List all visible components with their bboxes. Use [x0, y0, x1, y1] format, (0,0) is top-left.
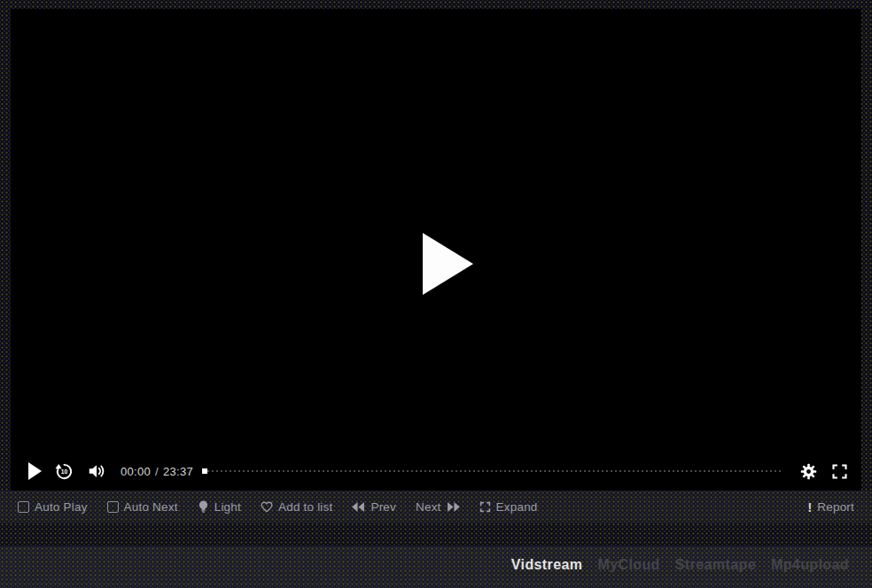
big-play-icon[interactable]	[423, 233, 473, 295]
report-label: Report	[817, 500, 854, 514]
play-icon	[28, 462, 42, 480]
auto-play-toggle[interactable]: Auto Play	[18, 500, 88, 514]
expand-icon	[479, 501, 491, 513]
prev-label: Prev	[370, 500, 396, 514]
server-item-mycloud[interactable]: MyCloud	[597, 557, 659, 573]
fullscreen-icon	[830, 462, 849, 481]
divider	[0, 583, 872, 584]
light-label: Light	[214, 500, 241, 514]
report-exclamation-icon: !	[807, 500, 812, 514]
server-select-section: Vidstream MyCloud Streamtape Mp4upload	[0, 546, 872, 588]
next-episode-button[interactable]: Next	[416, 500, 460, 514]
current-time: 00:00	[121, 465, 151, 478]
settings-button[interactable]	[799, 462, 818, 481]
gear-icon	[799, 462, 818, 481]
prev-icon	[352, 502, 365, 512]
volume-icon	[87, 461, 106, 481]
server-item-vidstream[interactable]: Vidstream	[511, 557, 583, 573]
add-to-list-button[interactable]: Add to list	[261, 500, 332, 514]
auto-next-checkbox-icon	[107, 501, 119, 513]
volume-button[interactable]	[87, 461, 106, 481]
auto-next-toggle[interactable]: Auto Next	[107, 500, 178, 514]
svg-text:10: 10	[61, 468, 68, 475]
duration: 23:37	[163, 465, 193, 478]
prev-episode-button[interactable]: Prev	[352, 500, 396, 514]
seek-playhead[interactable]	[202, 468, 207, 474]
light-toggle[interactable]: Light	[198, 500, 241, 514]
play-button[interactable]	[23, 462, 42, 480]
heart-icon	[261, 501, 273, 513]
server-list: Vidstream MyCloud Streamtape Mp4upload	[511, 546, 849, 583]
expand-label: Expand	[496, 500, 538, 514]
time-display: 00:00/23:37	[121, 465, 193, 478]
auto-play-label: Auto Play	[35, 500, 88, 514]
player-control-bar: 10 00:00/23:37	[11, 452, 861, 491]
server-item-mp4upload[interactable]: Mp4upload	[771, 557, 849, 573]
rewind-10-button[interactable]: 10	[54, 461, 74, 482]
fullscreen-button[interactable]	[830, 462, 849, 481]
seekbar[interactable]	[202, 465, 783, 477]
add-to-list-label: Add to list	[278, 500, 332, 514]
auto-next-label: Auto Next	[124, 500, 178, 514]
expand-button[interactable]: Expand	[479, 500, 538, 514]
rewind-10-icon: 10	[54, 461, 74, 482]
report-button[interactable]: ! Report	[807, 500, 854, 514]
time-separator: /	[155, 465, 159, 478]
server-item-streamtape[interactable]: Streamtape	[675, 557, 756, 573]
next-label: Next	[416, 500, 441, 514]
auto-play-checkbox-icon	[18, 501, 29, 513]
lightbulb-icon	[198, 500, 209, 514]
player-toolbar: Auto Play Auto Next Light Add to list Pr…	[0, 491, 872, 523]
video-player[interactable]: 10 00:00/23:37	[11, 9, 861, 491]
next-icon	[447, 502, 460, 512]
seek-track	[207, 470, 783, 472]
